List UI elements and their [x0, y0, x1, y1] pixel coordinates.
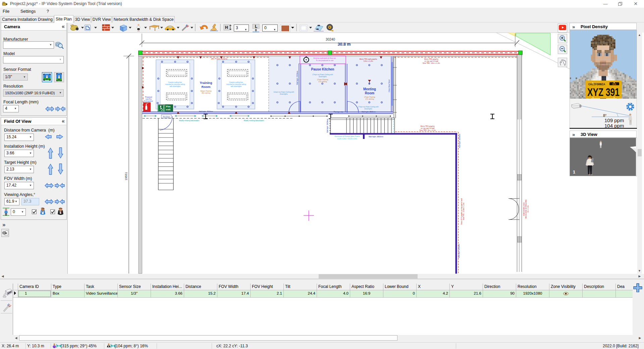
- svg-text:exit: exit: [166, 108, 170, 111]
- svg-text:XYZ 391: XYZ 391: [587, 86, 620, 98]
- svg-text:with downlights: with downlights: [231, 86, 242, 87]
- svg-text:Modify existing balustrades: Modify existing balustrades: [244, 119, 264, 121]
- svg-text:Pause Kitchen: Pause Kitchen: [311, 67, 334, 71]
- svg-text:30240: 30240: [326, 38, 335, 41]
- svg-text:L: L: [255, 24, 257, 29]
- svg-text:Custom ceiling box: Custom ceiling box: [168, 82, 182, 83]
- svg-text:17m skirting: 17m skirting: [365, 98, 374, 100]
- svg-text:Existing cupboards & New top: Existing cupboards & New top: [314, 57, 336, 59]
- svg-text:To use prepbowl on site: To use prepbowl on site: [316, 59, 334, 61]
- svg-text:Aluminium & Frosted glass Fram: Aluminium & Frosted glass Frame: [334, 135, 360, 137]
- svg-text:Wall hight: 3800mm: Wall hight: 3800mm: [458, 244, 460, 258]
- svg-text:Training: Training: [200, 81, 212, 85]
- svg-text:Meeting: Meeting: [363, 87, 376, 91]
- svg-text:with downlights: with downlights: [170, 86, 181, 87]
- svg-text:WallHight: 3800mm: WallHight: 3800mm: [327, 119, 328, 133]
- svg-text:3,4m x 1,2m: 3,4m x 1,2m: [364, 60, 373, 62]
- svg-text:Room: Room: [202, 85, 211, 89]
- svg-text:Modify existing balustrades: Modify existing balustrades: [179, 119, 200, 121]
- svg-text:7m x 1,2m: 7m x 1,2m: [527, 205, 529, 213]
- svg-text:Size TBC: 5m x 1,2m: Size TBC: 5m x 1,2m: [420, 129, 436, 131]
- svg-text:Fire: Fire: [166, 105, 171, 108]
- svg-text:Micro TFS graphic on top part: Micro TFS graphic on top part of wall: [461, 198, 463, 225]
- svg-text:H: H: [225, 25, 228, 30]
- svg-text:Size TBC: 13,5m x 1,2m: Size TBC: 13,5m x 1,2m: [463, 203, 465, 220]
- svg-text:OUR DOOR LOGO: OUR DOOR LOGO: [523, 202, 525, 216]
- svg-text:Downlights: Downlights: [280, 93, 288, 95]
- svg-text:Wall hight: 2500mm: Wall hight: 2500mm: [199, 111, 213, 112]
- svg-text:SDB: SDB: [612, 83, 616, 86]
- svg-text:Passage way: Passage way: [334, 111, 343, 113]
- svg-text:17sqm Flooring: 17sqm Flooring: [317, 79, 328, 81]
- svg-text:ON FACADE OF BUILDING: ON FACADE OF BUILDING: [525, 199, 527, 219]
- svg-text:18m Power trunking: 18m Power trunking: [211, 58, 227, 60]
- svg-text:new Fire: new Fire: [146, 98, 152, 100]
- svg-text:mounted to concrete ceiling: mounted to concrete ceiling: [226, 84, 246, 85]
- svg-text:109 ppm: 109 ppm: [604, 117, 624, 123]
- svg-text:Downlights: Downlights: [364, 108, 372, 110]
- svg-text:17sqm iso Foam Ceiling with: 17sqm iso Foam Ceiling with: [312, 74, 333, 76]
- svg-text:Wall hight: 2500mm: Wall hight: 2500mm: [362, 111, 376, 113]
- svg-text:Glass View Panel: Glass View Panel: [388, 80, 390, 92]
- svg-text:(1.2m x 2m) + (5.2m x 2m): (1.2m x 2m) + (5.2m x 2m): [337, 138, 357, 140]
- svg-text:Extinguisher: Extinguisher: [144, 100, 153, 102]
- svg-text:Wall hight: 3800mm: Wall hight: 3800mm: [369, 136, 383, 138]
- svg-text:Fire Door: Fire Door: [163, 116, 170, 118]
- svg-text:30.8 m: 30.8 m: [338, 42, 351, 47]
- svg-text:Wall hight: 3800mm: Wall hight: 3800mm: [459, 134, 461, 148]
- svg-text:12sqm iso Foam Ceiling with: 12sqm iso Foam Ceiling with: [273, 91, 294, 93]
- svg-text:Size TBC: 10m x 1,2m: Size TBC: 10m x 1,2m: [423, 62, 440, 64]
- svg-text:60sqm Flooring: 60sqm Flooring: [200, 90, 211, 92]
- svg-text:Custom ceiling box: Custom ceiling box: [229, 82, 243, 83]
- svg-text:WallHight: 2500mm: WallHight: 2500mm: [297, 71, 298, 85]
- svg-text:35m skirting: 35m skirting: [202, 92, 210, 94]
- svg-text:Downlights: Downlights: [319, 76, 327, 78]
- svg-text:17sqm iso Foam Ceiling with: 17sqm iso Foam Ceiling with: [358, 106, 379, 108]
- svg-text:Room: Room: [365, 91, 374, 95]
- svg-text:19551: 19551: [124, 172, 128, 180]
- svg-text:mounted to concrete ceiling: mounted to concrete ceiling: [165, 84, 185, 85]
- svg-text:17sqm Flooring: 17sqm Flooring: [364, 96, 375, 98]
- svg-text:Proposed: Proposed: [145, 96, 152, 98]
- svg-text:17m skirting: 17m skirting: [318, 81, 327, 83]
- svg-text:8°: 8°: [603, 113, 607, 117]
